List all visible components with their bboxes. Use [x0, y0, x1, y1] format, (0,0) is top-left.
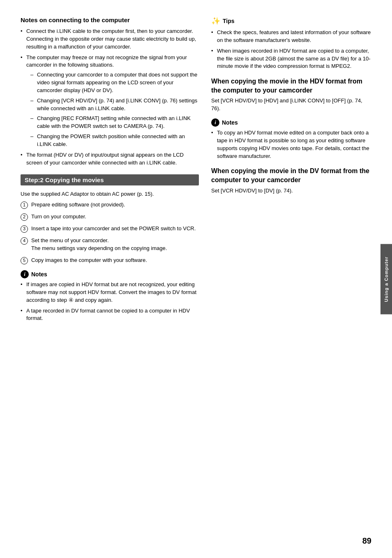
tip-2: When images recorded in HDV format are c…	[211, 47, 371, 71]
hdv-section-title: When copying the movie in the HDV format…	[211, 77, 371, 95]
tips-heading: ✨ Tips	[211, 16, 371, 25]
hdv-section-body: Set [VCR HDV/DV] to [HDV] and [i.LINK CO…	[211, 97, 371, 113]
page: Notes on connecting to the computer Conn…	[0, 0, 392, 558]
step-5-num: 5	[21, 257, 28, 264]
step-4-num: 4	[21, 237, 28, 245]
hdv-note-1: To copy an HDV format movie edited on a …	[211, 129, 371, 160]
step-intro: Use the supplied AC Adaptor to obtain AC…	[21, 190, 199, 198]
notes-icon-left: i	[21, 270, 29, 278]
hdv-notes-list: To copy an HDV format movie edited on a …	[211, 129, 371, 160]
notes-icon-hdv: i	[211, 118, 219, 127]
sub-bullet-1: Connecting your camcorder to a computer …	[30, 71, 199, 95]
tip-1: Check the specs, features and latest inf…	[211, 29, 371, 44]
step-list: 1 Prepare editing software (not provided…	[21, 201, 199, 264]
tips-list: Check the specs, features and latest inf…	[211, 29, 371, 70]
sub-bullet-list: Connecting your camcorder to a computer …	[30, 71, 199, 148]
step-4: 4 Set the menu of your camcorder.The men…	[21, 237, 199, 252]
tips-icon: ✨	[211, 16, 220, 25]
step-3-num: 3	[21, 225, 28, 233]
notes-list-left: If images are copied in HDV format but a…	[21, 281, 199, 322]
step-1-num: 1	[21, 201, 28, 209]
sub-bullet-3: Changing [REC FORMAT] setting while conn…	[30, 115, 199, 130]
bullet-2: The computer may freeze or may not recog…	[21, 54, 199, 148]
bullet-1: Connect the i.LINK cable to the computer…	[21, 28, 199, 51]
step-3: 3 Insert a tape into your camcorder and …	[21, 225, 199, 233]
dv-section-body: Set [VCR HDV/DV] to [DV] (p. 74).	[211, 187, 371, 195]
right-column: ✨ Tips Check the specs, features and lat…	[211, 16, 371, 533]
step-1: 1 Prepare editing software (not provided…	[21, 201, 199, 209]
notes-heading-hdv: i Notes	[211, 118, 371, 127]
left-column: Notes on connecting to the computer Conn…	[21, 16, 199, 533]
notes-heading-left: i Notes	[21, 270, 199, 278]
section1-title: Notes on connecting to the computer	[21, 16, 199, 23]
page-number: 89	[362, 536, 371, 546]
dv-section-title: When copying the movie in the DV format …	[211, 167, 371, 184]
step-banner: Step:2 Copying the movies	[21, 174, 199, 185]
step-2-num: 2	[21, 213, 28, 221]
note-1: If images are copied in HDV format but a…	[21, 281, 199, 304]
note-2: A tape recorded in DV format cannot be c…	[21, 307, 199, 323]
sub-bullet-4: Changing the POWER switch position while…	[30, 133, 199, 148]
bullet-3: The format (HDV or DV) of input/output s…	[21, 151, 199, 167]
step-2: 2 Turn on your computer.	[21, 213, 199, 221]
section1-bullets: Connect the i.LINK cable to the computer…	[21, 28, 199, 167]
sub-bullet-2: Changing [VCR HDV/DV] (p. 74) and [i.LIN…	[30, 97, 199, 113]
step-5: 5 Copy images to the computer with your …	[21, 257, 199, 264]
side-tab: Using a Computer	[380, 244, 392, 314]
